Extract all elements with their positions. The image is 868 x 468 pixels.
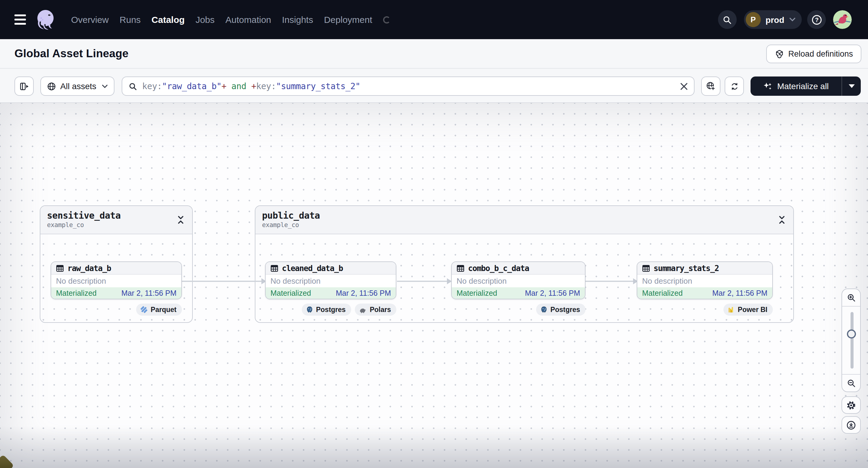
search-icon bbox=[722, 15, 732, 24]
materialize-options-button[interactable] bbox=[841, 76, 861, 96]
caret-down-icon bbox=[848, 84, 855, 88]
zoom-in-button[interactable] bbox=[842, 289, 860, 307]
nav-item-jobs[interactable]: Jobs bbox=[195, 14, 214, 25]
asset-status-row: Materialized Mar 2, 11:56 PM bbox=[266, 287, 396, 299]
edge-cleaned-data-b-to-combo-b-c-data bbox=[397, 278, 447, 284]
environment-avatar: P bbox=[746, 12, 761, 27]
gear-icon bbox=[846, 400, 856, 410]
corner-artifact bbox=[0, 455, 14, 468]
asset-description: No description bbox=[637, 274, 772, 287]
zoom-out-icon bbox=[847, 379, 856, 387]
materialized-status: Materialized bbox=[642, 289, 683, 298]
page-header: Global Asset Lineage Reload definitions bbox=[0, 39, 868, 69]
asset-search-input[interactable]: key:"raw_data_b"+ and +key:"summary_stat… bbox=[122, 76, 694, 96]
kind-badge-polars: Polars bbox=[355, 304, 396, 316]
chevron-down-icon bbox=[789, 18, 796, 22]
search-icon bbox=[128, 82, 137, 91]
nav-item-runs[interactable]: Runs bbox=[120, 14, 141, 25]
asset-selection-query: key:"raw_data_b"+ and +key:"summary_stat… bbox=[142, 81, 360, 91]
table-icon bbox=[642, 264, 650, 272]
asset-badges-raw-data-b: Parquet bbox=[51, 304, 182, 316]
zoom-slider-thumb[interactable] bbox=[847, 330, 856, 339]
zoom-in-icon bbox=[847, 293, 856, 302]
add-to-catalog-view-button[interactable] bbox=[701, 76, 720, 96]
asset-name: combo_b_c_data bbox=[468, 263, 529, 273]
top-nav: Overview Runs Catalog Jobs Automation In… bbox=[0, 0, 868, 39]
download-icon bbox=[846, 420, 856, 430]
reload-definitions-button[interactable]: Reload definitions bbox=[766, 44, 861, 63]
group-header[interactable]: sensitive_data example_co bbox=[40, 206, 192, 234]
asset-node-combo-b-c-data[interactable]: combo_b_c_data No description Materializ… bbox=[451, 261, 586, 299]
loading-spinner-icon bbox=[383, 16, 390, 23]
dagster-app: Overview Runs Catalog Jobs Automation In… bbox=[0, 0, 868, 468]
nav-item-catalog[interactable]: Catalog bbox=[152, 14, 185, 25]
asset-scope-dropdown[interactable]: All assets bbox=[40, 76, 115, 96]
materialized-timestamp[interactable]: Mar 2, 11:56 PM bbox=[712, 289, 767, 298]
reload-definitions-label: Reload definitions bbox=[788, 50, 853, 58]
materialized-timestamp[interactable]: Mar 2, 11:56 PM bbox=[336, 289, 391, 298]
asset-name: summary_stats_2 bbox=[654, 263, 719, 273]
lineage-toolbar: All assets key:"raw_data_b"+ and +key:"s… bbox=[0, 69, 868, 103]
asset-scope-label: All assets bbox=[60, 81, 96, 91]
zoom-control bbox=[841, 288, 861, 392]
help-button[interactable]: ? bbox=[807, 10, 826, 29]
powerbi-icon bbox=[727, 306, 735, 313]
parquet-icon bbox=[141, 306, 148, 313]
materialized-status: Materialized bbox=[56, 289, 97, 298]
user-avatar[interactable] bbox=[833, 10, 852, 29]
materialized-timestamp[interactable]: Mar 2, 11:56 PM bbox=[121, 289, 177, 298]
materialized-timestamp[interactable]: Mar 2, 11:56 PM bbox=[525, 289, 580, 298]
download-image-button[interactable] bbox=[841, 416, 861, 434]
kind-badge-postgres: Postgres bbox=[536, 304, 586, 316]
asset-status-row: Materialized Mar 2, 11:56 PM bbox=[51, 287, 181, 299]
asset-badges-cleaned-data-b: Postgres Polars bbox=[265, 304, 396, 316]
postgres-icon bbox=[306, 306, 313, 313]
group-repository: example_co bbox=[262, 221, 786, 228]
nav-item-overview[interactable]: Overview bbox=[71, 14, 109, 25]
primary-nav: Overview Runs Catalog Jobs Automation In… bbox=[71, 0, 390, 39]
table-icon bbox=[56, 264, 64, 272]
collapse-group-icon[interactable] bbox=[177, 215, 185, 225]
nav-item-automation[interactable]: Automation bbox=[225, 14, 271, 25]
environment-name: prod bbox=[766, 15, 784, 24]
nav-right-cluster: P prod ? bbox=[718, 10, 852, 29]
open-left-panel-button[interactable] bbox=[14, 76, 34, 96]
svg-text:?: ? bbox=[815, 16, 818, 23]
zoom-out-button[interactable] bbox=[842, 374, 860, 392]
asset-description: No description bbox=[266, 274, 396, 287]
lineage-canvas[interactable]: sensitive_data example_co public_data ex… bbox=[0, 103, 868, 468]
nav-item-deployment[interactable]: Deployment bbox=[324, 14, 372, 25]
help-icon: ? bbox=[811, 14, 822, 25]
collapse-group-icon[interactable] bbox=[778, 215, 786, 225]
graph-settings-button[interactable] bbox=[841, 396, 861, 414]
materialized-status: Materialized bbox=[457, 289, 497, 298]
table-icon bbox=[457, 264, 464, 272]
group-repository: example_co bbox=[47, 221, 185, 228]
asset-name: raw_data_b bbox=[67, 263, 111, 273]
asset-node-summary-stats-2[interactable]: summary_stats_2 No description Materiali… bbox=[637, 261, 773, 299]
clear-query-icon[interactable] bbox=[679, 82, 688, 91]
chevron-down-icon bbox=[102, 84, 108, 88]
refresh-graph-button[interactable] bbox=[725, 76, 744, 96]
edge-raw-data-b-to-cleaned-data-b bbox=[182, 278, 262, 284]
asset-node-raw-data-b[interactable]: raw_data_b No description Materialized M… bbox=[51, 261, 182, 299]
asset-node-cleaned-data-b[interactable]: cleaned_data_b No description Materializ… bbox=[265, 261, 396, 299]
globe-plus-icon bbox=[706, 81, 716, 91]
group-header[interactable]: public_data example_co bbox=[255, 206, 793, 234]
zoom-slider-track[interactable] bbox=[850, 312, 853, 369]
group-title: sensitive_data bbox=[47, 210, 185, 221]
environment-switcher[interactable]: P prod bbox=[744, 10, 802, 29]
kind-badge-powerbi: Power BI bbox=[723, 304, 773, 316]
zoom-slider[interactable] bbox=[842, 307, 860, 374]
kind-badge-parquet: Parquet bbox=[136, 304, 182, 316]
dagster-logo-icon[interactable] bbox=[34, 8, 57, 31]
page-title: Global Asset Lineage bbox=[14, 47, 129, 60]
asset-badges-summary-stats-2: Power BI bbox=[637, 304, 773, 316]
nav-item-insights[interactable]: Insights bbox=[282, 14, 313, 25]
global-search-button[interactable] bbox=[718, 10, 737, 29]
asset-badges-combo-b-c-data: Postgres bbox=[451, 304, 586, 316]
globe-icon bbox=[47, 82, 56, 91]
materialize-all-button[interactable]: Materialize all bbox=[750, 76, 841, 96]
hamburger-menu-icon[interactable] bbox=[14, 14, 26, 25]
table-icon bbox=[271, 264, 278, 272]
